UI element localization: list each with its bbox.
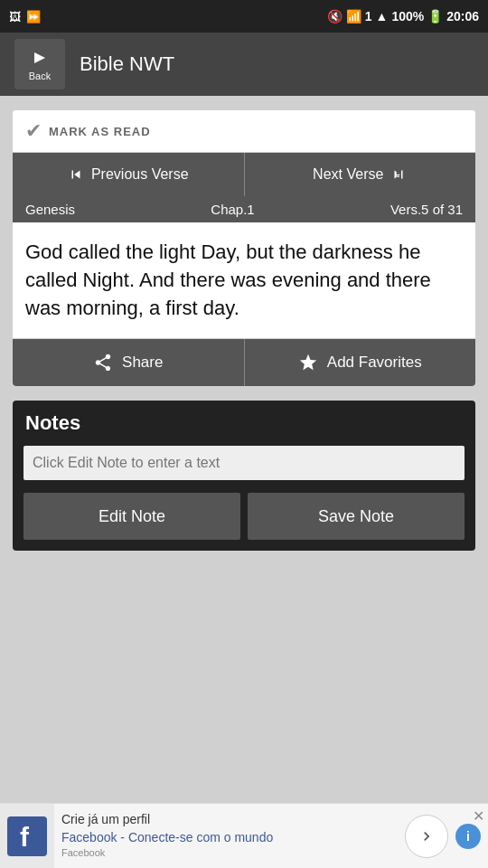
notes-input[interactable] [23, 446, 465, 480]
battery-percent: 100% [391, 9, 424, 24]
signal-icon: ▲ [376, 9, 389, 24]
mute-icon: 🔇 [327, 9, 343, 24]
next-verse-button[interactable]: Next Verse [245, 153, 476, 196]
nav-buttons: Previous Verse Next Verse [13, 152, 475, 196]
save-note-button[interactable]: Save Note [248, 493, 465, 540]
ad-info-button[interactable]: i [455, 824, 481, 849]
star-icon [298, 353, 318, 373]
ad-cta: Facebook - Conecte-se com o mundo [61, 829, 390, 847]
back-label: Back [29, 71, 51, 81]
notes-buttons: Edit Note Save Note [13, 493, 475, 540]
status-right: 🔇 📶 1 ▲ 100% 🔋 20:06 [327, 9, 479, 24]
ad-line1: Crie já um perfil [61, 811, 390, 829]
edit-note-button[interactable]: Edit Note [23, 493, 240, 540]
media-icon: ⏩ [26, 10, 41, 24]
ad-banner[interactable]: f Crie já um perfil Facebook - Conecte-s… [0, 803, 488, 868]
main-card: ✔ MARK AS READ Previous Verse Next Verse… [13, 110, 475, 386]
clock: 20:06 [446, 9, 479, 24]
ad-close-button[interactable]: ✕ [473, 807, 484, 825]
chevron-right-icon [418, 827, 436, 845]
mark-as-read-label: MARK AS READ [49, 125, 151, 138]
image-icon: 🖼 [9, 10, 21, 24]
notes-heading: Notes [13, 401, 475, 440]
chapter-label: Chap.1 [211, 202, 254, 217]
add-favorites-button[interactable]: Add Favorites [245, 339, 476, 386]
status-icons: 🖼 ⏩ [9, 10, 41, 24]
previous-label: Previous Verse [91, 166, 189, 183]
facebook-logo-icon: f [7, 816, 47, 856]
back-icon [29, 47, 51, 69]
app-header: Back Bible NWT [0, 33, 488, 96]
share-button[interactable]: Share [13, 339, 245, 386]
verse-text: God called the light Day, but the darkne… [13, 222, 475, 338]
ad-source: Facebook [61, 846, 390, 860]
book-name: Genesis [25, 202, 75, 217]
svg-rect-0 [401, 171, 403, 179]
action-buttons: Share Add Favorites [13, 338, 475, 386]
ad-text-block: Crie já um perfil Facebook - Conecte-se … [54, 806, 398, 866]
next-label: Next Verse [313, 166, 383, 183]
book-info-bar: Genesis Chap.1 Vers.5 of 31 [13, 196, 475, 222]
verse-label: Vers.5 of 31 [390, 202, 463, 217]
mark-as-read-row[interactable]: ✔ MARK AS READ [13, 110, 475, 152]
ad-logo: f [0, 804, 54, 869]
ad-arrow-button[interactable] [405, 815, 448, 858]
app-title: Bible NWT [80, 52, 174, 76]
notes-section: Notes Edit Note Save Note [13, 401, 475, 551]
previous-icon [68, 166, 84, 183]
status-bar: 🖼 ⏩ 🔇 📶 1 ▲ 100% 🔋 20:06 [0, 0, 488, 33]
favorites-label: Add Favorites [327, 354, 422, 372]
next-icon [390, 166, 407, 183]
share-icon [93, 353, 113, 373]
wifi-icon: 📶 [346, 9, 361, 24]
battery-icon: 🔋 [427, 9, 443, 24]
sim-icon: 1 [365, 9, 372, 24]
svg-text:f: f [20, 822, 30, 852]
previous-verse-button[interactable]: Previous Verse [13, 153, 245, 196]
back-button[interactable]: Back [14, 39, 65, 90]
checkmark-icon: ✔ [25, 119, 42, 143]
share-label: Share [122, 354, 163, 372]
